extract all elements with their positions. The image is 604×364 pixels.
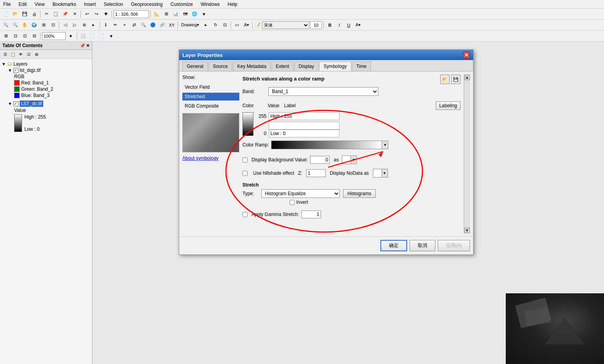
menu-windows[interactable]: Windows bbox=[199, 1, 222, 8]
save-style-btn[interactable]: 💾 bbox=[451, 75, 461, 84]
forward-btn[interactable]: ▷ bbox=[70, 21, 79, 29]
font-size-input[interactable] bbox=[310, 21, 322, 29]
print-btn[interactable]: 🖨 bbox=[30, 10, 39, 18]
delete-btn[interactable]: ✕ bbox=[70, 10, 79, 18]
find-btn[interactable]: 🔍 bbox=[139, 21, 148, 29]
italic-btn[interactable]: I bbox=[335, 21, 343, 29]
select-btn[interactable]: ▸ bbox=[89, 21, 98, 29]
tab-time[interactable]: Time bbox=[352, 62, 371, 71]
scroll-track[interactable] bbox=[465, 80, 470, 228]
show-rgb[interactable]: RGB Composite bbox=[182, 102, 239, 110]
coordinate-box[interactable] bbox=[114, 10, 149, 18]
dialog-close-btn[interactable]: ✕ bbox=[463, 51, 470, 59]
t3-btn4[interactable]: ⊟ bbox=[30, 32, 39, 40]
underline-btn[interactable]: U bbox=[344, 21, 353, 29]
zoom-out-btn[interactable]: 🔍 bbox=[11, 21, 20, 29]
menu-geoprocessing[interactable]: Geoprocessing bbox=[129, 1, 164, 8]
menu-file[interactable]: File bbox=[2, 1, 12, 8]
mid-label-input[interactable] bbox=[269, 122, 340, 130]
copy-btn[interactable]: 📋 bbox=[51, 10, 60, 18]
full-extent-btn[interactable]: ⊛ bbox=[80, 21, 88, 29]
table-btn[interactable]: ⊞ bbox=[162, 10, 171, 18]
z-input[interactable] bbox=[306, 169, 326, 177]
layout-btn3[interactable]: 📄 bbox=[97, 32, 106, 40]
layer1-item[interactable]: ▼ lst_dqjz.tif bbox=[2, 67, 90, 73]
back-btn[interactable]: ◁ bbox=[61, 21, 70, 29]
menu-insert[interactable]: Insert bbox=[83, 1, 97, 8]
tab-keymetadata[interactable]: Key Metadata bbox=[233, 62, 271, 71]
high-label-input[interactable] bbox=[269, 112, 340, 120]
apply-btn[interactable]: 应用(A) bbox=[438, 240, 470, 251]
new-btn[interactable]: 📄 bbox=[2, 10, 10, 18]
bold-btn[interactable]: B bbox=[325, 21, 334, 29]
menu-view[interactable]: View bbox=[33, 1, 46, 8]
nodata-dropdown-btn[interactable]: ▼ bbox=[382, 169, 387, 177]
font-select[interactable]: 宋体 bbox=[262, 21, 309, 29]
toc-close-icon[interactable]: ✕ bbox=[86, 43, 90, 48]
toc-visible-btn[interactable]: 👁 bbox=[17, 51, 24, 58]
font-color-btn[interactable]: A▾ bbox=[354, 21, 362, 29]
menu-selection[interactable]: Selection bbox=[102, 1, 125, 8]
undo-btn[interactable]: ↩ bbox=[83, 10, 91, 18]
invert-checkbox[interactable] bbox=[290, 200, 295, 205]
layer1-checkbox[interactable] bbox=[13, 68, 18, 73]
open-btn[interactable]: 📂 bbox=[11, 10, 20, 18]
rotate-btn[interactable]: ↻ bbox=[211, 21, 220, 29]
info-btn[interactable]: ℹ bbox=[101, 21, 110, 29]
t3-btn3[interactable]: ⊡ bbox=[20, 32, 29, 40]
map-btn[interactable]: 🗺 bbox=[181, 10, 189, 18]
globe2-btn[interactable]: 🌍 bbox=[30, 21, 39, 29]
vertex-btn[interactable]: ⌖ bbox=[120, 21, 129, 29]
zoom-dropdown[interactable]: ▼ bbox=[66, 32, 75, 40]
menu-edit[interactable]: Edit bbox=[17, 1, 28, 8]
toc-select-btn[interactable]: ☑ bbox=[25, 51, 32, 58]
pan-btn[interactable]: ✋ bbox=[20, 21, 29, 29]
menu-bookmarks[interactable]: Bookmarks bbox=[51, 1, 78, 8]
zoom-level-input[interactable] bbox=[42, 32, 66, 40]
layout-more[interactable]: ▼ bbox=[107, 32, 116, 40]
import-btn[interactable]: 📂 bbox=[440, 75, 450, 84]
tab-extent[interactable]: Extent bbox=[272, 62, 294, 71]
ok-btn[interactable]: 确定 bbox=[380, 240, 407, 251]
map-area[interactable]: Layer Properties ✕ General Source Key Me… bbox=[92, 42, 604, 364]
fixed-zoom-btn[interactable]: ⊡ bbox=[49, 21, 57, 29]
gamma-checkbox[interactable] bbox=[242, 212, 248, 217]
xy-btn[interactable]: XY bbox=[167, 21, 176, 29]
toc-pin-icon[interactable]: 📌 bbox=[80, 43, 85, 48]
save-btn[interactable]: 💾 bbox=[20, 10, 29, 18]
toc-options-btn[interactable]: ⊞ bbox=[33, 51, 40, 58]
zoom-in-btn[interactable]: 🔍 bbox=[2, 21, 10, 29]
draw-sel-btn[interactable]: ⊡ bbox=[220, 21, 229, 29]
identify-btn[interactable]: 🔵 bbox=[149, 21, 157, 29]
tab-display[interactable]: Display bbox=[294, 62, 318, 71]
scroll-down-btn[interactable]: ▼ bbox=[464, 228, 470, 233]
t3-btn1[interactable]: ⊞ bbox=[2, 32, 10, 40]
move-btn[interactable]: ⇄ bbox=[130, 21, 138, 29]
text-btn[interactable]: A▾ bbox=[242, 21, 251, 29]
tab-general[interactable]: General bbox=[182, 62, 208, 71]
rect-btn[interactable]: ▭ bbox=[233, 21, 241, 29]
about-symbology-link[interactable]: About symbology bbox=[182, 155, 239, 161]
show-vector-field[interactable]: Vector Field bbox=[182, 83, 239, 91]
stretch-type-select[interactable]: Histogram Equalize bbox=[261, 189, 340, 198]
band-select[interactable]: Band_1 bbox=[268, 87, 378, 96]
color-ramp-dropdown[interactable]: ▼ bbox=[382, 141, 388, 149]
tab-symbology[interactable]: Symbology bbox=[319, 62, 351, 71]
globe-btn[interactable]: 🌐 bbox=[190, 10, 199, 18]
add-data-btn[interactable]: ✚ bbox=[101, 10, 110, 18]
bg-value-checkbox[interactable] bbox=[242, 157, 248, 163]
layer2-item[interactable]: ▼ LST_dc.tif bbox=[2, 100, 90, 107]
tab-source[interactable]: Source bbox=[209, 62, 232, 71]
layout-btn1[interactable]: ⬜ bbox=[79, 32, 87, 40]
toc-list-btn[interactable]: ☰ bbox=[2, 51, 9, 58]
zoom-sel-btn[interactable]: ⊞ bbox=[39, 21, 48, 29]
paste-btn[interactable]: 📌 bbox=[61, 10, 70, 18]
hyperlink-btn[interactable]: 🔗 bbox=[158, 21, 167, 29]
cursor-btn[interactable]: ▸ bbox=[202, 21, 210, 29]
gamma-input[interactable] bbox=[301, 210, 321, 218]
more-btn[interactable]: ▼ bbox=[200, 10, 208, 18]
bg-value-input[interactable] bbox=[310, 156, 330, 164]
menu-customize[interactable]: Customize bbox=[169, 1, 195, 8]
layer2-checkbox[interactable] bbox=[13, 101, 18, 106]
scroll-up-btn[interactable]: ▲ bbox=[464, 75, 470, 80]
